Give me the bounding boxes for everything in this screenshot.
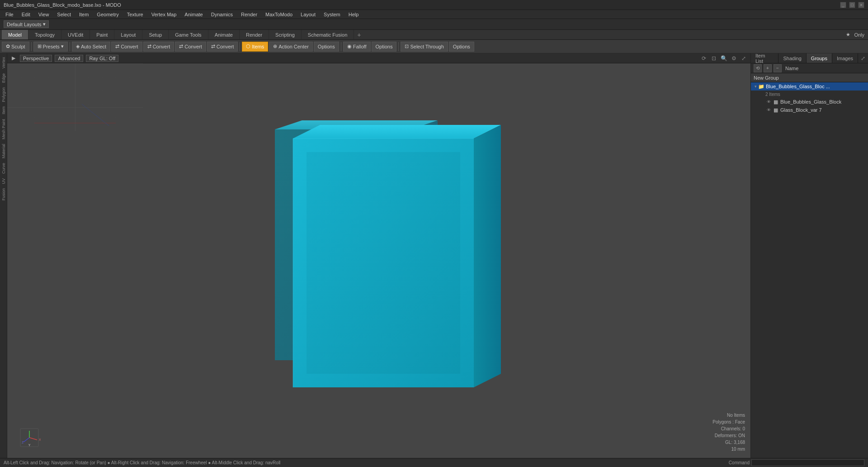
command-input[interactable] [751,459,864,466]
right-tab-images[interactable]: Images [832,53,858,63]
tab-uvedit[interactable]: UVEdit [61,30,90,39]
tab-paint[interactable]: Paint [90,30,114,39]
convert-icon-4: ⇄ [211,43,215,49]
sidebar-tab-polygon[interactable]: Polygon [0,86,7,104]
maximize-button[interactable]: □ [849,2,855,8]
menu-view[interactable]: View [35,11,53,18]
menu-max-to-modo[interactable]: MaxToModo [262,11,296,18]
falloff-button[interactable]: ◉ Falloff [343,42,371,52]
sidebar-tab-item[interactable]: Item [0,105,7,116]
menu-select[interactable]: Select [53,11,75,18]
minimize-button[interactable]: _ [840,2,846,8]
action-center-button[interactable]: ⊕ Action Center [269,42,313,52]
viewport-refresh-icon[interactable]: ⟳ [700,54,708,62]
tree-item-child-1[interactable]: 👁 ▦ Blue_Bubbles_Glass_Block [751,98,868,106]
viewport-zoom-icon[interactable]: 🔍 [720,54,728,62]
tab-scripting[interactable]: Scripting [269,30,302,39]
tree-item-root[interactable]: ▾ 📁 Blue_Bubbles_Glass_Bloc ... [751,82,868,91]
groups-remove-btn[interactable]: − [774,64,782,72]
tab-model[interactable]: Model [2,30,28,39]
right-tab-groups[interactable]: Groups [807,53,832,63]
sidebar-tab-curve[interactable]: Curve [0,161,7,176]
window-title: Blue_Bubbles_Glass_Block_modo_base.lxo -… [4,2,121,8]
tab-setup[interactable]: Setup [142,30,169,39]
convert-button-2[interactable]: ⇄ Convert [143,42,175,52]
status-text: Alt-Left Click and Drag: Navigation: Rot… [4,460,280,465]
tab-layout[interactable]: Layout [114,30,142,39]
polygons-stat: Polygons : Face [712,419,745,425]
tree-child1-eye-icon[interactable]: 👁 [765,99,772,105]
sidebar-tab-fusion[interactable]: Fusion [0,186,7,202]
menu-help[interactable]: Help [345,11,363,18]
separator-2 [70,42,70,51]
tab-schematic-fusion[interactable]: Schematic Fusion [302,30,354,39]
viewport-canvas[interactable]: Y X Z No Items Polygons : Face Channels:… [7,63,750,458]
presets-button[interactable]: ⊞ Presets ▾ [33,42,68,52]
options-button-3[interactable]: Options [449,42,474,52]
viewport-header-right: ⟳ ⊡ 🔍 ⚙ ⤢ [700,54,748,62]
sidebar-tab-vertex[interactable]: Vertex [0,55,7,71]
menu-system[interactable]: System [320,11,344,18]
menu-geometry[interactable]: Geometry [93,11,122,18]
layout-dropdown[interactable]: Default Layouts ▾ [4,20,49,28]
tab-game-tools[interactable]: Game Tools [169,30,208,39]
viewport-advanced-label[interactable]: Advanced [55,55,83,62]
menu-edit[interactable]: Edit [18,11,34,18]
convert-button-4[interactable]: ⇄ Convert [207,42,238,52]
right-tab-shading[interactable]: Shading [778,53,806,63]
menu-animate[interactable]: Animate [181,11,206,18]
menu-texture[interactable]: Texture [123,11,147,18]
tab-topology[interactable]: Topology [28,30,61,39]
right-panel: Item List Shading Groups Images ⤢ ⟲ + − … [750,53,868,458]
svg-marker-11 [474,125,501,387]
sidebar-tab-mesh-paint[interactable]: Mesh Paint [0,117,7,141]
sidebar-tab-edge[interactable]: Edge [0,71,7,85]
separator-5 [398,42,399,51]
viewport-expand-icon[interactable]: ⤢ [740,54,748,62]
tab-add-button[interactable]: + [354,30,364,39]
tree-child2-expand [760,107,765,113]
options-button-1[interactable]: Options [314,42,339,52]
auto-select-button[interactable]: ◈ Auto Select [72,42,110,52]
tree-child2-mesh-icon: ▦ [773,107,779,113]
viewport-settings-icon[interactable]: ⚙ [730,54,738,62]
menu-item[interactable]: Item [75,11,92,18]
menu-vertex-map[interactable]: Vertex Map [148,11,180,18]
toolbar: ✿ Sculpt ⊞ Presets ▾ ◈ Auto Select ⇄ Con… [0,40,868,53]
new-group-button[interactable]: New Group [751,73,868,82]
deformers-stat: Deformers: ON [712,432,745,439]
viewport-fit-icon[interactable]: ⊡ [710,54,718,62]
menu-render[interactable]: Render [237,11,261,18]
action-center-icon: ⊕ [273,43,277,49]
viewport-raygl-label[interactable]: Ray GL: Off [86,55,118,62]
sidebar-tab-uv[interactable]: UV [0,176,7,186]
tab-render[interactable]: Render [240,30,269,39]
groups-refresh-btn[interactable]: ⟲ [754,64,762,72]
convert-button-1[interactable]: ⇄ Convert [111,42,142,52]
sculpt-button[interactable]: ✿ Sculpt [2,42,29,52]
viewport-container: ▶ Perspective Advanced Ray GL: Off ⟳ ⊡ 🔍… [7,53,750,458]
menu-file[interactable]: File [2,11,17,18]
groups-add-btn[interactable]: + [764,64,772,72]
close-button[interactable]: × [858,2,864,8]
presets-icon: ⊞ [38,43,42,49]
viewport-header-left: ▶ Perspective Advanced Ray GL: Off [10,55,118,62]
options-button-2[interactable]: Options [372,42,397,52]
convert-button-3[interactable]: ⇄ Convert [175,42,206,52]
sidebar-tab-material[interactable]: Material [0,142,7,160]
layout-bar: Default Layouts ▾ [0,19,868,30]
select-through-button[interactable]: ⊡ Select Through [401,42,448,52]
items-button[interactable]: ⬡ Items [242,42,268,52]
right-tab-item-list[interactable]: Item List [751,53,778,63]
menu-dynamics[interactable]: Dynamics [208,11,236,18]
viewport-perspective-label[interactable]: Perspective [20,55,52,62]
tree-child2-eye-icon[interactable]: 👁 [765,107,772,113]
right-panel-expand-icon[interactable]: ⤢ [858,53,868,63]
viewport-collapse-btn[interactable]: ▶ [10,55,17,62]
menu-layout[interactable]: Layout [297,11,319,18]
window-controls[interactable]: _ □ × [840,2,864,8]
tree-item-child-2[interactable]: 👁 ▦ Glass_Block_var 7 [751,106,868,114]
tree-root-label: Blue_Bubbles_Glass_Bloc ... [766,84,866,89]
command-label: Command [729,460,750,465]
tab-animate[interactable]: Animate [208,30,240,39]
